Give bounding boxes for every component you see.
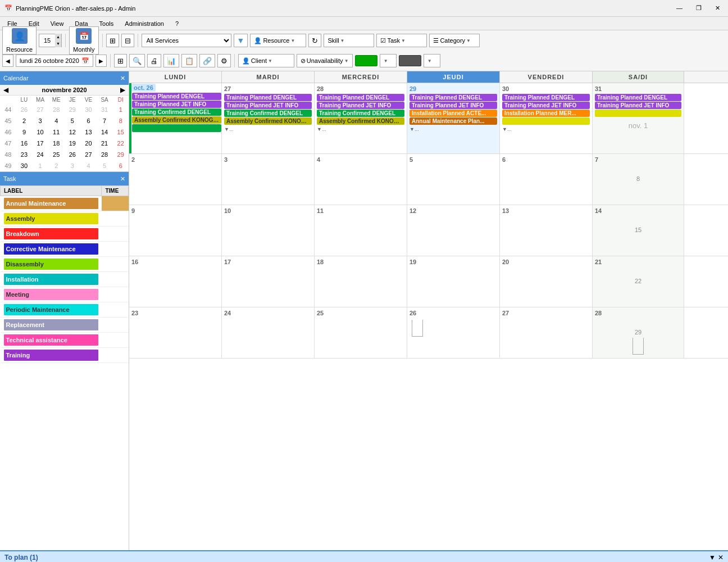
settings-button[interactable]: ⚙ xyxy=(217,54,231,67)
cal-day-21[interactable]: 21 xyxy=(97,138,113,149)
event-training-dengel-31[interactable]: Training Planned DENGEL xyxy=(595,94,681,101)
cal-day-5dec[interactable]: 5 xyxy=(97,160,113,171)
cal-day-16[interactable]: 16 xyxy=(16,138,33,149)
task-meeting-cell[interactable]: Meeting xyxy=(1,287,102,302)
cal-day-18[interactable]: 18 xyxy=(48,138,65,149)
calendar-prev-button[interactable]: ◀ xyxy=(3,86,8,94)
cal-day-27oct[interactable]: 27 xyxy=(32,104,48,115)
task-installation-cell[interactable]: Installation xyxy=(1,272,102,287)
cal-day-6dec[interactable]: 6 xyxy=(112,160,129,171)
task-corrective-cell[interactable]: Corrective Maintenance xyxy=(1,242,102,257)
event-assembly-confirmed-konoges[interactable]: Assembly Confirmed KONOGES xyxy=(132,116,221,124)
cal-day-29[interactable]: 29 xyxy=(112,149,129,160)
task-annual-cell[interactable]: Annual Maintenance xyxy=(1,196,102,211)
unavailability-dropdown[interactable]: ⊘ Unavailability ▼ xyxy=(297,54,353,67)
task-assembly-cell[interactable]: Assembly xyxy=(1,211,102,226)
cal-day-23[interactable]: 23 xyxy=(16,149,33,160)
cal-day-24[interactable]: 24 xyxy=(32,149,48,160)
to-plan-collapse[interactable]: ▼ xyxy=(709,554,716,561)
event-training-jet-span[interactable]: Training Planned JET INFO xyxy=(132,101,221,108)
nav-next-button[interactable]: ▶ xyxy=(95,55,107,67)
menu-help[interactable]: ? xyxy=(170,19,184,29)
event-training-jet-29[interactable]: Training Planned JET INFO xyxy=(410,102,497,109)
config-icon-button[interactable]: ⊟ xyxy=(121,34,134,47)
spinner-down[interactable]: ▼ xyxy=(55,40,61,47)
cal-day-28oct[interactable]: 28 xyxy=(48,104,65,115)
cal-day-4dec[interactable]: 4 xyxy=(80,160,97,171)
event-training-dengel-span[interactable]: Training Planned DENGEL xyxy=(132,93,221,100)
cal-day-25[interactable]: 25 xyxy=(48,149,65,160)
layout-icon-button[interactable]: ⊞ xyxy=(106,34,119,47)
cal-day-7[interactable]: 7 xyxy=(97,115,113,126)
search-button[interactable]: 🔍 xyxy=(129,54,145,67)
cal-day-28[interactable]: 28 xyxy=(97,149,113,160)
task-replacement-cell[interactable]: Replacement xyxy=(1,318,102,333)
menu-administration[interactable]: Administration xyxy=(120,19,169,29)
resource-dropdown[interactable]: 👤 Resource ▼ xyxy=(250,34,306,47)
toggle1-dropdown[interactable]: ▼ xyxy=(380,54,397,67)
cal-day-14[interactable]: 14 xyxy=(97,126,113,138)
cal-day-29oct[interactable]: 29 xyxy=(65,104,81,115)
task-annual-label[interactable]: Annual Maintenance xyxy=(4,198,98,209)
task-training-label[interactable]: Training xyxy=(4,350,98,361)
calendar-close-button[interactable]: ✕ xyxy=(120,75,125,82)
task-meeting-label[interactable]: Meeting xyxy=(4,289,98,300)
cal-day-5[interactable]: 5 xyxy=(65,115,81,126)
cal-day-3[interactable]: 3 xyxy=(32,115,48,126)
to-plan-close[interactable]: ✕ xyxy=(718,554,724,561)
task-breakdown-cell[interactable]: Breakdown xyxy=(1,226,102,242)
cal-day-13[interactable]: 13 xyxy=(80,126,97,138)
refresh-button[interactable]: ↻ xyxy=(308,34,321,47)
spinner-control[interactable]: ▲ ▼ xyxy=(39,34,62,47)
event-training-dengel-28[interactable]: Training Planned DENGEL xyxy=(317,94,404,101)
event-yellow-30[interactable] xyxy=(502,117,590,125)
print-button[interactable]: 🖨 xyxy=(147,54,161,67)
cal-day-19[interactable]: 19 xyxy=(65,138,81,149)
cal-day-4[interactable]: 4 xyxy=(48,115,65,126)
filter-icon-button[interactable]: ▼ xyxy=(234,34,248,47)
close-button[interactable]: ✕ xyxy=(712,3,724,13)
event-training-dengel-27[interactable]: Training Planned DENGEL xyxy=(224,94,312,101)
grid-view-button[interactable]: ⊞ xyxy=(114,54,127,67)
export-button[interactable]: 📊 xyxy=(163,54,179,67)
cal-day-2[interactable]: 2 xyxy=(16,115,33,126)
cal-day-22[interactable]: 22 xyxy=(112,138,129,149)
task-corrective-label[interactable]: Corrective Maintenance xyxy=(4,243,98,255)
event-assembly-28[interactable]: Assembly Confirmed KONOGES xyxy=(317,117,404,125)
resource-button[interactable]: 👤 Resource xyxy=(2,26,37,55)
toggle2-dropdown[interactable]: ▼ xyxy=(424,54,440,67)
event-assembly-27[interactable]: Assembly Confirmed KONOGES xyxy=(224,117,312,125)
task-replacement-label[interactable]: Replacement xyxy=(4,319,98,330)
cal-day-11[interactable]: 11 xyxy=(48,126,65,138)
category-dropdown[interactable]: ☰ Category ▼ xyxy=(429,34,480,47)
cal-day-3dec[interactable]: 3 xyxy=(65,160,81,171)
cal-day-20[interactable]: 20 xyxy=(80,138,97,149)
event-confirmed-28[interactable]: Training Confirmed DENGEL xyxy=(317,110,404,117)
task-training-cell[interactable]: Training xyxy=(1,348,102,363)
task-assembly-label[interactable]: Assembly xyxy=(4,213,98,224)
client-dropdown[interactable]: 👤 Client ▼ xyxy=(238,54,294,67)
cal-day-26oct[interactable]: 26 xyxy=(16,104,33,115)
toggle1-button[interactable] xyxy=(355,55,377,66)
cal-day-2dec[interactable]: 2 xyxy=(48,160,65,171)
toggle2-button[interactable] xyxy=(399,55,421,66)
task-technical-cell[interactable]: Technical assistance xyxy=(1,333,102,348)
skill-dropdown[interactable]: Skill ▼ xyxy=(324,34,374,47)
cal-day-30[interactable]: 30 xyxy=(16,160,33,171)
event-yellow-31[interactable] xyxy=(595,110,681,117)
cal-day-8[interactable]: 8 xyxy=(112,115,129,126)
task-close-button[interactable]: ✕ xyxy=(120,175,125,183)
cal-day-17[interactable]: 17 xyxy=(32,138,48,149)
menu-view[interactable]: View xyxy=(46,19,69,29)
link-button[interactable]: 🔗 xyxy=(199,54,215,67)
cal-day-1dec[interactable]: 1 xyxy=(32,160,48,171)
spinner-up[interactable]: ▲ xyxy=(55,34,61,40)
copy-button[interactable]: 📋 xyxy=(181,54,197,67)
cal-day-9[interactable]: 9 xyxy=(16,126,33,138)
spinner-input[interactable] xyxy=(39,37,55,44)
event-confirmed-27[interactable]: Training Confirmed DENGEL xyxy=(224,110,312,117)
maximize-button[interactable]: ❐ xyxy=(693,3,705,13)
nav-prev-button[interactable]: ◀ xyxy=(2,55,13,67)
event-training-jet-30[interactable]: Training Planned JET INFO xyxy=(502,102,590,109)
cal-day-12[interactable]: 12 xyxy=(65,126,81,138)
